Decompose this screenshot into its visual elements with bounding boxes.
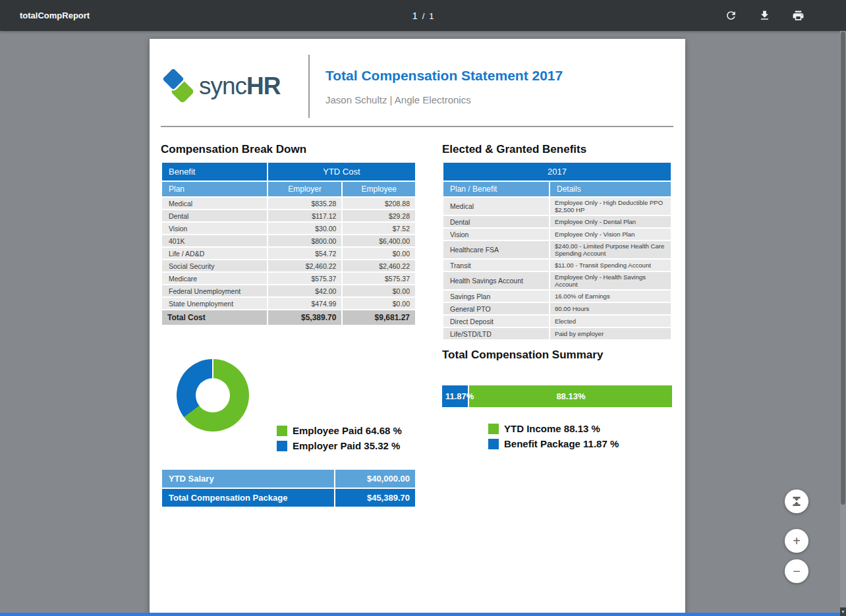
plan-cell: State Unemployment xyxy=(162,298,267,309)
plan-cell: Social Security xyxy=(162,260,267,271)
benefits-table: 2017 Plan / Benefit Details Medical Empl… xyxy=(442,161,672,341)
legend-item-employee-paid: Employee Paid 64.68 % xyxy=(277,425,402,436)
print-icon xyxy=(792,9,804,22)
rotate-button[interactable] xyxy=(723,9,738,23)
ytd-salary-value: $40,000.00 xyxy=(335,470,415,488)
total-employer-cost: $5,389.70 xyxy=(268,310,342,325)
employer-paid-swatch xyxy=(277,441,287,451)
page-indicator[interactable]: 1 / 1 xyxy=(412,10,434,21)
download-button[interactable] xyxy=(757,9,772,23)
zoom-out-button[interactable]: − xyxy=(785,559,808,583)
benefit-package-pct-label: 11.87% xyxy=(445,385,474,407)
compensation-summary-bar: 11.87% 88.13% xyxy=(442,385,672,407)
total-pages: 1 xyxy=(429,11,434,21)
compensation-row: Dental $117.12 $29.28 xyxy=(162,210,415,221)
document-title: totalCompReport xyxy=(20,11,90,20)
ytd-salary-row: YTD Salary $40,000.00 xyxy=(162,470,415,488)
benefit-row: Transit $11.00 - Transit Spending Accoun… xyxy=(443,260,671,271)
ytd-salary-label: YTD Salary xyxy=(162,470,334,488)
ytd-income-pct-label: 88.13% xyxy=(556,385,585,407)
statement-title: Total Compensation Statement 2017 xyxy=(325,68,563,84)
benefit-details-cell: Employee Only - Dental Plan xyxy=(550,216,671,227)
total-employee-cost: $9,681.27 xyxy=(343,310,415,325)
benefit-plan-cell: Healthcare FSA xyxy=(443,241,549,258)
plan-cell: Medical xyxy=(162,198,267,209)
col-plan-benefit: Plan / Benefit xyxy=(443,182,549,196)
benefit-details-cell: Employee Only - High Deductible PPO $2,5… xyxy=(550,198,671,215)
benefit-plan-cell: Life/STD/LTD xyxy=(443,328,549,339)
scrollbar-track[interactable]: ▼ xyxy=(840,31,846,616)
chevron-down-icon: ▼ xyxy=(841,609,845,614)
header-divider xyxy=(308,55,310,118)
employee-cost-cell: $575.37 xyxy=(343,273,415,284)
col-employee: Employee xyxy=(343,182,415,196)
zoom-controls: + − xyxy=(785,490,808,583)
benefit-details-cell: 16.00% of Earnings xyxy=(550,291,671,302)
benefit-plan-cell: Medical xyxy=(443,198,549,215)
employee-cost-cell: $208.88 xyxy=(343,198,415,209)
company-logo: syncHR xyxy=(161,67,308,105)
toolbar-actions xyxy=(723,9,805,23)
ytd-income-swatch xyxy=(488,424,499,434)
compensation-heading: Compensation Break Down xyxy=(161,143,416,156)
benefit-row: Life/STD/LTD Paid by employer xyxy=(443,328,671,339)
benefit-plan-cell: Savings Plan xyxy=(443,291,549,302)
col-plan: Plan xyxy=(162,182,267,196)
employer-cost-cell: $575.37 xyxy=(268,273,342,284)
employee-cost-cell: $0.00 xyxy=(343,298,415,309)
report-header: syncHR Total Compensation Statement 2017… xyxy=(161,55,673,118)
scroll-down-button[interactable]: ▼ xyxy=(840,607,846,616)
benefit-details-cell: $11.00 - Transit Spending Account xyxy=(550,260,671,271)
benefit-row: Health Savings Account Employee Only - H… xyxy=(443,272,671,289)
employee-cost-cell: $0.00 xyxy=(343,285,415,296)
minus-icon: − xyxy=(793,564,801,579)
scrollbar-thumb[interactable] xyxy=(841,32,845,505)
benefits-heading: Elected & Granted Benefits xyxy=(442,143,672,156)
employee-cost-cell: $6,400.00 xyxy=(343,235,415,246)
employee-cost-cell: $29.28 xyxy=(343,210,415,221)
benefit-row: Healthcare FSA $240.00 - Limited Purpose… xyxy=(443,241,671,258)
col-ytd-cost: YTD Cost xyxy=(268,163,415,181)
plan-cell: Dental xyxy=(162,210,267,221)
benefit-row: Vision Employee Only - Vision Plan xyxy=(443,229,671,240)
employee-company-subtitle: Jason Schultz | Angle Electronics xyxy=(325,94,563,105)
compensation-row: Vision $30.00 $7.52 xyxy=(162,223,415,234)
legend-item-ytd-income: YTD Income 88.13 % xyxy=(488,423,672,434)
donut-chart xyxy=(177,359,249,432)
employer-cost-cell: $42.00 xyxy=(268,285,342,296)
employee-cost-cell: $2,460.22 xyxy=(343,260,415,271)
employee-cost-cell: $7.52 xyxy=(343,223,415,234)
print-button[interactable] xyxy=(791,9,805,23)
col-details: Details xyxy=(550,182,671,196)
total-comp-package-value: $45,389.70 xyxy=(335,489,415,507)
employer-cost-cell: $474.99 xyxy=(268,298,342,309)
pdf-toolbar: totalCompReport 1 / 1 xyxy=(0,0,846,31)
employer-cost-cell: $835.28 xyxy=(268,198,342,209)
employer-paid-label: Employer Paid 35.32 % xyxy=(293,440,400,451)
employer-cost-cell: $117.12 xyxy=(268,210,342,221)
donut-legend: Employee Paid 64.68 % Employer Paid 35.3… xyxy=(277,425,402,451)
zoom-in-button[interactable]: + xyxy=(785,529,808,553)
current-page[interactable]: 1 xyxy=(412,10,417,21)
compensation-row: State Unemployment $474.99 $0.00 xyxy=(162,298,415,309)
total-comp-package-label: Total Compensation Package xyxy=(162,489,334,507)
fit-to-page-button[interactable] xyxy=(785,490,808,513)
benefit-plan-cell: Health Savings Account xyxy=(443,272,549,289)
benefit-row: Direct Deposit Elected xyxy=(443,316,671,327)
benefit-package-swatch xyxy=(488,439,499,449)
benefit-plan-cell: Vision xyxy=(443,229,549,240)
legend-item-benefit-package: Benefit Package 11.87 % xyxy=(488,438,672,449)
compensation-row: Medicare $575.37 $575.37 xyxy=(162,273,415,284)
total-cost-label: Total Cost xyxy=(162,310,267,325)
employer-cost-cell: $30.00 xyxy=(268,223,342,234)
benefit-row: Savings Plan 16.00% of Earnings xyxy=(443,291,671,302)
total-comp-package-row: Total Compensation Package $45,389.70 xyxy=(162,489,415,507)
employer-cost-cell: $54.72 xyxy=(268,248,342,259)
plan-cell: Federal Unemployment xyxy=(162,285,267,296)
employer-cost-cell: $800.00 xyxy=(268,235,342,246)
legend-item-employer-paid: Employer Paid 35.32 % xyxy=(277,440,402,451)
plus-icon: + xyxy=(793,534,801,549)
benefit-plan-cell: Dental xyxy=(443,216,549,227)
employee-cost-cell: $0.00 xyxy=(343,248,415,259)
plan-cell: Vision xyxy=(162,223,267,234)
